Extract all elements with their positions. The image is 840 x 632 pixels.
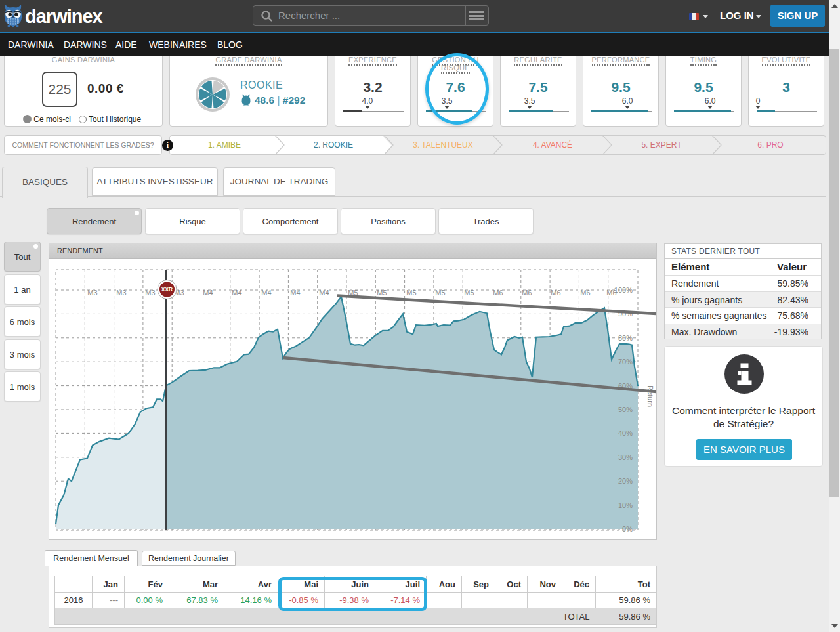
svg-text:M3: M3 [145,289,155,297]
svg-text:M6: M6 [551,289,560,297]
svg-text:M4: M4 [290,289,300,297]
svg-text:XXR: XXR [161,286,173,293]
svg-text:20%: 20% [618,477,633,485]
svg-text:M5: M5 [406,289,416,297]
svg-text:M4: M4 [203,289,213,297]
svg-text:M5: M5 [464,289,474,297]
svg-text:M6: M6 [606,289,616,297]
svg-text:40%: 40% [618,429,633,437]
svg-text:0%: 0% [622,525,633,533]
svg-text:100%: 100% [614,286,633,294]
svg-text:70%: 70% [618,358,633,366]
svg-text:Return: Return [646,385,654,407]
svg-text:M5: M5 [435,289,445,297]
svg-text:10%: 10% [618,501,633,509]
svg-text:M3: M3 [87,289,97,297]
svg-text:M4: M4 [261,289,271,297]
svg-text:M5: M5 [377,289,387,297]
svg-text:M6: M6 [580,289,590,297]
svg-text:M4: M4 [232,289,242,297]
svg-text:M6: M6 [522,289,532,297]
svg-text:50%: 50% [618,406,633,413]
svg-text:M4: M4 [319,289,329,297]
svg-text:M3: M3 [116,289,126,297]
svg-text:30%: 30% [618,453,633,461]
svg-text:M6: M6 [493,289,503,297]
svg-text:80%: 80% [618,334,633,342]
